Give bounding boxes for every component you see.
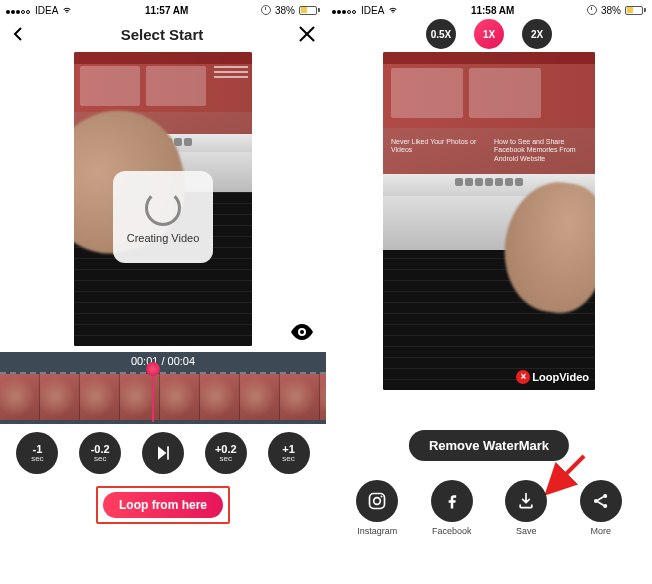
share-label: Facebook: [432, 526, 472, 536]
wifi-icon: [62, 6, 72, 14]
loop-button-highlight: Loop from here: [96, 486, 230, 524]
spinner-icon: [145, 190, 181, 226]
step-back-02s[interactable]: -0.2sec: [79, 432, 121, 474]
signal-dots-icon: [332, 5, 357, 16]
battery-percent: 38%: [601, 5, 621, 16]
status-bar: IDEA 11:57 AM 38%: [0, 0, 326, 18]
remove-watermark-x-icon[interactable]: ×: [516, 370, 530, 384]
alarm-icon: [261, 5, 271, 15]
watermark-label: LoopVideo: [532, 371, 589, 383]
step-fwd-02s[interactable]: +0.2sec: [205, 432, 247, 474]
battery-icon: [299, 6, 320, 15]
timeline-marker[interactable]: [152, 366, 154, 422]
svg-point-1: [300, 330, 304, 334]
close-button[interactable]: [298, 25, 316, 43]
watermark: × LoopVideo: [516, 370, 589, 384]
status-bar: IDEA 11:58 AM 38%: [326, 0, 652, 18]
signal-dots-icon: [6, 5, 31, 16]
timeline[interactable]: 00:01 / 00:04: [0, 352, 326, 424]
speed-2x[interactable]: 2X: [522, 19, 552, 49]
carrier-label: IDEA: [361, 5, 384, 16]
video-preview: Never Liked Your Photos or Videos How to…: [383, 52, 595, 390]
step-back-1s[interactable]: -1sec: [16, 432, 58, 474]
speed-controls: 0.5X 1X 2X: [326, 18, 652, 48]
carrier-label: IDEA: [35, 5, 58, 16]
battery-percent: 38%: [275, 5, 295, 16]
clock-time: 11:57 AM: [145, 5, 189, 16]
page-title: Select Start: [121, 26, 204, 43]
timeline-filmstrip[interactable]: [0, 372, 326, 420]
loading-label: Creating Video: [127, 232, 200, 244]
play-next-frame-button[interactable]: [142, 432, 184, 474]
save-button[interactable]: [505, 480, 547, 522]
header: Select Start: [0, 18, 326, 50]
alarm-icon: [587, 5, 597, 15]
preview-captions: Never Liked Your Photos or Videos How to…: [391, 138, 587, 163]
clock-time: 11:58 AM: [471, 5, 515, 16]
preview-eye-button[interactable]: [290, 324, 314, 340]
share-instagram-button[interactable]: [356, 480, 398, 522]
speed-1x[interactable]: 1X: [474, 19, 504, 49]
loading-overlay: Creating Video: [113, 171, 213, 263]
step-controls: -1sec -0.2sec +0.2sec +1sec: [0, 432, 326, 474]
step-fwd-1s[interactable]: +1sec: [268, 432, 310, 474]
battery-icon: [625, 6, 646, 15]
share-label: More: [590, 526, 611, 536]
share-facebook-button[interactable]: [431, 480, 473, 522]
share-label: Instagram: [357, 526, 397, 536]
svg-point-4: [374, 498, 381, 505]
share-more-button[interactable]: [580, 480, 622, 522]
loop-from-here-button[interactable]: Loop from here: [103, 492, 223, 518]
svg-point-5: [381, 495, 383, 497]
screen-select-start: IDEA 11:57 AM 38% Select Start Creating …: [0, 0, 326, 584]
svg-rect-2: [167, 446, 169, 459]
speed-0-5x[interactable]: 0.5X: [426, 19, 456, 49]
screen-export: IDEA 11:58 AM 38% 0.5X 1X 2X Never Liked…: [326, 0, 652, 584]
share-label: Save: [516, 526, 537, 536]
video-preview: Creating Video: [74, 52, 252, 346]
share-row: Instagram Facebook Save More: [326, 480, 652, 536]
wifi-icon: [388, 6, 398, 14]
back-button[interactable]: [10, 26, 26, 42]
timeline-time: 00:01 / 00:04: [0, 352, 326, 367]
